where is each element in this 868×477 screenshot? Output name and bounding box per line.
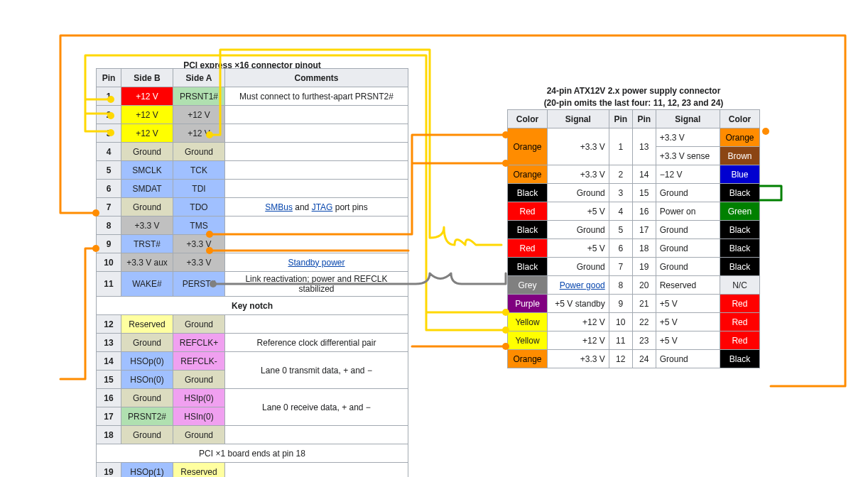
atx-row: BlackGround719GroundBlack [508, 258, 760, 276]
atx-row: Orange+3.3 V1224GroundBlack [508, 350, 760, 368]
pcie-row: 7GroundTDOSMBus and JTAG port pins [97, 198, 408, 216]
atx-title: 24-pin ATX12V 2.x power supply connector [547, 86, 721, 96]
pcie-row: 1+12 VPRSNT1#Must connect to furthest-ap… [97, 87, 408, 106]
pcie-row: 16GroundHSIp(0)Lane 0 receive data, + an… [97, 389, 408, 407]
link[interactable]: JTAG [312, 202, 333, 212]
atx-subtitle: (20-pin omits the last four: 11, 12, 23 … [544, 98, 724, 108]
pcie-row: 13GroundREFCLK+Reference clock different… [97, 334, 408, 352]
pcie-row: Key notch [97, 297, 408, 315]
power-good-link[interactable]: Power good [560, 280, 605, 290]
atx-connector-table: Color Signal Pin Pin Signal Color Orange… [507, 109, 760, 368]
atx-hdr-color-r: Color [720, 110, 759, 128]
atx-hdr-signal-r: Signal [656, 110, 720, 128]
pcie-row: 18GroundGround [97, 426, 408, 444]
pcie-header-pin: Pin [97, 69, 121, 87]
atx-hdr-pin-r: Pin [632, 110, 656, 128]
pcie-header-sideA: Side A [173, 69, 225, 87]
atx-row: BlackGround517GroundBlack [508, 221, 760, 239]
atx-hdr-pin-l: Pin [609, 110, 632, 128]
atx-row: Orange+3.3 V214−12 VBlue [508, 165, 760, 184]
pcie-row: 19HSOp(1)ReservedLane 1 transmit data, +… [97, 463, 408, 478]
atx-hdr-signal-l: Signal [548, 110, 609, 128]
atx-row: GreyPower good820ReservedN/C [508, 276, 760, 295]
pcie-row: 5SMCLKTCK [97, 161, 408, 180]
pcie-header-comments: Comments [225, 69, 408, 87]
atx-row: Yellow+12 V1022+5 VRed [508, 313, 760, 331]
link[interactable]: SMBus [265, 202, 293, 212]
atx-caption: 24-pin ATX12V 2.x power supply connector… [507, 85, 760, 109]
pcie-row: 4GroundGround [97, 143, 408, 161]
pcie-row: 3+12 V+12 V [97, 124, 408, 143]
pcie-row: 2+12 V+12 V [97, 106, 408, 124]
pcie-row: 12ReservedGround [97, 315, 408, 334]
atx-row: Orange+3.3 V113+3.3 VOrange [508, 128, 760, 147]
pcie-row: 11WAKE#PERST#Link reactivation; power an… [97, 272, 408, 297]
pcie-header-sideB: Side B [121, 69, 173, 87]
atx-row: Purple+5 V standby921+5 VRed [508, 295, 760, 313]
svg-point-14 [762, 128, 769, 135]
atx-row: Yellow+12 V1123+5 VRed [508, 331, 760, 350]
pcie-row: 10+3.3 V aux+3.3 VStandby power [97, 253, 408, 272]
atx-row: Red+5 V618GroundBlack [508, 239, 760, 258]
pcie-row: 6SMDATTDI [97, 180, 408, 198]
atx-row: BlackGround315GroundBlack [508, 184, 760, 202]
pcie-row: 14HSOp(0)REFCLK-Lane 0 transmit data, + … [97, 352, 408, 371]
pcie-row: 8+3.3 VTMS [97, 216, 408, 235]
standby-power-link[interactable]: Standby power [288, 258, 345, 268]
pcie-pinout-table: Pin Side B Side A Comments 1+12 VPRSNT1#… [96, 68, 408, 477]
pcie-row: PCI ×1 board ends at pin 18 [97, 444, 408, 463]
atx-hdr-color-l: Color [508, 110, 548, 128]
atx-row: Red+5 V416Power onGreen [508, 202, 760, 221]
pcie-row: 9TRST#+3.3 V [97, 235, 408, 253]
